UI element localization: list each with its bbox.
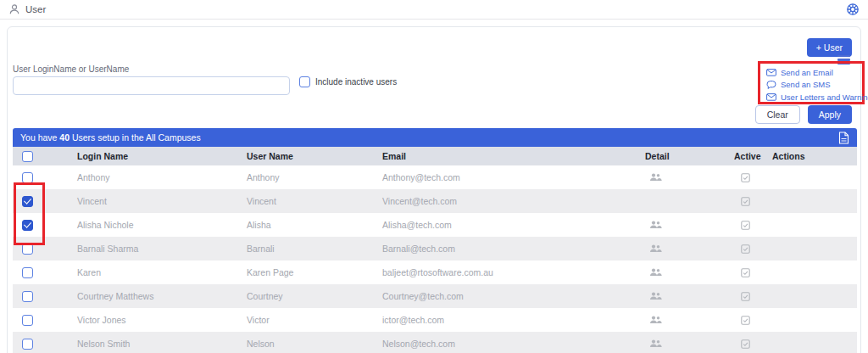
sms-bubble-icon — [766, 81, 776, 89]
email-cell: Anthony@tech.com — [382, 172, 645, 182]
table-summary-bar: You have 40 Users setup in the All Campu… — [13, 128, 857, 147]
summary-text: You have 40 Users setup in the All Campu… — [20, 132, 201, 143]
settings-globe-icon[interactable] — [846, 3, 860, 16]
row-checkbox[interactable] — [22, 220, 33, 231]
menu-item-user-letters[interactable]: User Letters and Warnings — [766, 91, 862, 104]
export-file-icon[interactable] — [838, 132, 849, 144]
row-checkbox[interactable] — [22, 315, 33, 326]
col-login-name: Login Name — [77, 151, 247, 161]
user-name-cell: Anthony — [247, 172, 382, 182]
user-name-cell: Victor — [247, 315, 382, 325]
inactive-checkbox-box[interactable] — [299, 76, 310, 87]
row-checkbox[interactable] — [22, 339, 33, 350]
user-filter-card: + User User LoginName or UserName Includ… — [7, 26, 861, 353]
email-cell: Vincent@tech.com — [382, 196, 645, 206]
search-label: User LoginName or UserName — [13, 64, 290, 74]
search-input[interactable] — [13, 76, 290, 95]
add-user-button[interactable]: + User — [807, 38, 852, 57]
user-name-cell: Courtney — [247, 291, 382, 301]
detail-users-icon[interactable] — [649, 339, 734, 348]
active-checked-icon — [741, 339, 772, 349]
table-body: Anthony Anthony Anthony@tech.com Vincent — [13, 165, 857, 353]
email-cell: baljeet@rtosoftware.com.au — [382, 267, 645, 277]
row-checkbox[interactable] — [22, 244, 33, 255]
table-row: Vincent Vincent Vincent@tech.com — [13, 189, 857, 213]
table-row: Courtney Matthews Courtney Courtney@tech… — [13, 284, 857, 308]
row-checkbox[interactable] — [22, 291, 33, 302]
table-header-row: Login Name User Name Email Detail Active… — [13, 147, 857, 165]
active-checked-icon — [741, 316, 772, 325]
clear-button[interactable]: Clear — [755, 105, 800, 124]
page-title: User — [25, 4, 46, 14]
email-cell: ictor@tech.com — [382, 315, 645, 325]
row-checkbox[interactable] — [22, 172, 33, 183]
active-checked-icon — [741, 197, 772, 206]
detail-users-icon[interactable] — [649, 316, 734, 324]
detail-users-icon[interactable] — [649, 268, 734, 277]
login-name-cell: Courtney Matthews — [77, 291, 247, 301]
active-checked-icon — [741, 292, 772, 301]
topbar: User — [0, 0, 868, 20]
detail-users-icon[interactable] — [649, 173, 734, 182]
login-name-cell: Barnali Sharma — [77, 244, 247, 254]
email-cell: Courtney@tech.com — [382, 291, 645, 301]
send-menu-annotation: Send an Email Send an SMS User Letters a… — [758, 61, 865, 104]
login-name-cell: Anthony — [77, 172, 247, 182]
table-row: Anthony Anthony Anthony@tech.com — [13, 165, 857, 189]
user-name-cell: Alisha — [247, 220, 382, 230]
col-actions: Actions — [772, 151, 857, 161]
table-row: Karen Karen Page baljeet@rtosoftware.com… — [13, 261, 857, 284]
include-inactive-checkbox[interactable]: Include inactive users — [299, 76, 397, 87]
row-checkbox[interactable] — [22, 267, 33, 278]
row-checkbox[interactable] — [22, 196, 33, 207]
table-row: Victor Jones Victor ictor@tech.com — [13, 308, 857, 332]
col-active: Active — [734, 151, 772, 161]
col-detail: Detail — [645, 151, 734, 161]
login-name-cell: Karen — [77, 267, 247, 277]
email-cell: Alisha@tech.com — [382, 220, 645, 230]
active-checked-icon — [741, 268, 772, 277]
login-name-cell: Nelson Smith — [77, 339, 247, 349]
login-name-cell: Alisha Nichole — [77, 220, 247, 230]
table-row: Nelson Smith Nelson Nelson@tech.com — [13, 332, 857, 353]
email-cell: Nelson@tech.com — [382, 339, 645, 349]
login-name-cell: Victor Jones — [77, 315, 247, 325]
envelope-icon — [766, 93, 776, 101]
detail-users-icon[interactable] — [649, 292, 734, 300]
active-checked-icon — [741, 221, 772, 230]
detail-users-icon[interactable] — [649, 244, 734, 253]
active-checked-icon — [741, 244, 772, 254]
table-row: Barnali Sharma Barnali Barnali@tech.com — [13, 237, 857, 261]
user-name-cell: Nelson — [247, 339, 382, 349]
select-all-checkbox[interactable] — [22, 151, 33, 162]
user-name-cell: Vincent — [247, 196, 382, 206]
menu-item-send-email[interactable]: Send an Email — [766, 66, 862, 79]
col-email: Email — [382, 151, 645, 161]
detail-users-icon[interactable] — [649, 221, 734, 229]
table-row: Alisha Nichole Alisha Alisha@tech.com — [13, 213, 857, 237]
envelope-icon — [766, 69, 776, 76]
user-person-icon — [8, 3, 20, 15]
users-table: You have 40 Users setup in the All Campu… — [13, 128, 857, 353]
user-name-cell: Karen Page — [247, 267, 382, 277]
include-inactive-label: Include inactive users — [315, 77, 397, 87]
user-name-cell: Barnali — [247, 244, 382, 254]
active-checked-icon — [741, 173, 772, 182]
email-cell: Barnali@tech.com — [382, 244, 645, 254]
apply-button[interactable]: Apply — [808, 105, 852, 124]
menu-item-send-sms[interactable]: Send an SMS — [766, 79, 862, 92]
login-name-cell: Vincent — [77, 196, 247, 206]
col-user-name: User Name — [247, 151, 382, 161]
